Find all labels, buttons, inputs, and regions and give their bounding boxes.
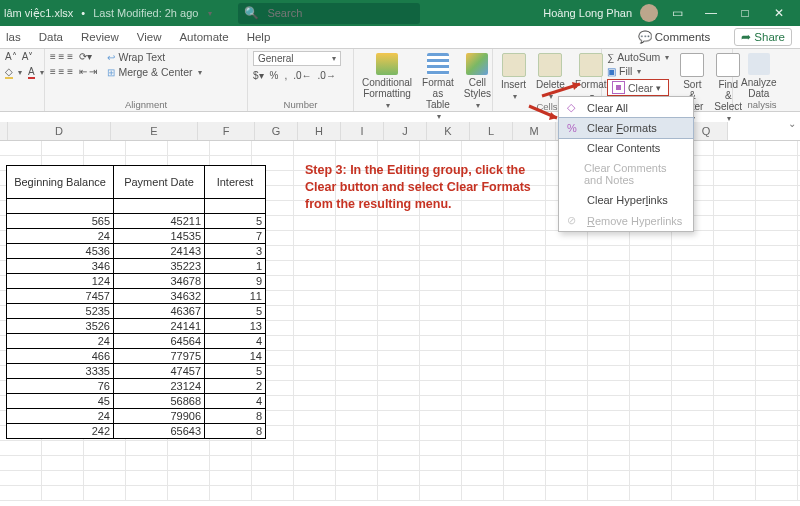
table-cell[interactable]: 3	[205, 244, 266, 259]
table-cell[interactable]: 64564	[114, 334, 205, 349]
avatar[interactable]	[640, 4, 658, 22]
table-cell[interactable]: 46367	[114, 304, 205, 319]
col-header[interactable]: G	[255, 122, 298, 140]
table-row[interactable]: 4667797514	[7, 349, 266, 364]
analyze-data-button[interactable]: Analyze Data	[738, 51, 780, 99]
table-cell[interactable]: 35223	[114, 259, 205, 274]
tab-help[interactable]: Help	[247, 31, 271, 43]
table-cell[interactable]: 5235	[7, 304, 114, 319]
fill-button[interactable]: ▣ Fill▾	[607, 65, 669, 77]
table-cell[interactable]: 124	[7, 274, 114, 289]
table-cell[interactable]: 4536	[7, 244, 114, 259]
col-header[interactable]: M	[513, 122, 556, 140]
table-cell[interactable]: 14	[205, 349, 266, 364]
ribbon-options-icon[interactable]: ▭	[662, 6, 692, 20]
close-icon[interactable]: ✕	[764, 6, 794, 20]
menu-remove-hyperlinks[interactable]: ⊘ Remove Hyperlinks	[559, 210, 693, 231]
maximize-icon[interactable]: □	[730, 6, 760, 20]
table-cell[interactable]: 3526	[7, 319, 114, 334]
table-row[interactable]: 124346789	[7, 274, 266, 289]
table-row[interactable]: 24645644	[7, 334, 266, 349]
table-cell[interactable]: 346	[7, 259, 114, 274]
table-cell[interactable]: 5	[205, 304, 266, 319]
table-cell[interactable]: 9	[205, 274, 266, 289]
menu-clear-contents[interactable]: Clear Contents	[559, 138, 693, 158]
table-row[interactable]: 346352231	[7, 259, 266, 274]
col-header[interactable]: K	[427, 122, 470, 140]
tab-formulas[interactable]: las	[6, 31, 21, 43]
table-cell[interactable]	[114, 199, 205, 214]
table-cell[interactable]: 1	[205, 259, 266, 274]
table-row[interactable]: 45568684	[7, 394, 266, 409]
table-row[interactable]: 3335474575	[7, 364, 266, 379]
table-cell[interactable]: 8	[205, 424, 266, 439]
conditional-formatting-button[interactable]: Conditional Formatting ▾	[359, 51, 415, 121]
menu-clear-hyperlinks[interactable]: Clear Hyperlinks	[559, 190, 693, 210]
merge-center-button[interactable]: ⊞ Merge & Center ▾	[107, 66, 201, 78]
table-cell[interactable]: 76	[7, 379, 114, 394]
tab-data[interactable]: Data	[39, 31, 63, 43]
table-row[interactable]	[7, 199, 266, 214]
table-header[interactable]: Interest	[205, 166, 266, 199]
table-row[interactable]: 565452115	[7, 214, 266, 229]
cell-styles-button[interactable]: Cell Styles ▾	[461, 51, 494, 121]
table-header[interactable]: Payment Date	[114, 166, 205, 199]
col-header[interactable]: F	[198, 122, 255, 140]
font-color-controls[interactable]: ◇▾A▾	[5, 66, 39, 79]
align-bottom-row[interactable]: ≡ ≡ ≡ ⇤ ⇥	[50, 66, 97, 77]
tab-view[interactable]: View	[137, 31, 162, 43]
number-buttons[interactable]: $▾%,.0←.0→	[253, 70, 348, 81]
align-top-row[interactable]: ≡ ≡ ≡ ⟳▾	[50, 51, 97, 62]
table-cell[interactable]: 79906	[114, 409, 205, 424]
table-cell[interactable]: 5	[205, 214, 266, 229]
format-as-table-button[interactable]: Format as Table ▾	[419, 51, 457, 121]
table-cell[interactable]: 2	[205, 379, 266, 394]
table-cell[interactable]: 4	[205, 394, 266, 409]
table-cell[interactable]: 13	[205, 319, 266, 334]
number-format-select[interactable]: General▾	[253, 51, 341, 66]
font-size-controls[interactable]: A˄A˅	[5, 51, 39, 62]
menu-clear-all[interactable]: ◇ Clear All	[559, 97, 693, 118]
col-header[interactable]: L	[470, 122, 513, 140]
table-header[interactable]: Beginning Balance	[7, 166, 114, 199]
table-cell[interactable]: 77975	[114, 349, 205, 364]
table-cell[interactable]: 65643	[114, 424, 205, 439]
search-input[interactable]	[265, 6, 407, 20]
tab-review[interactable]: Review	[81, 31, 119, 43]
table-row[interactable]: 242656438	[7, 424, 266, 439]
table-row[interactable]: 4536241433	[7, 244, 266, 259]
data-table[interactable]: Beginning Balance Payment Date Interest …	[6, 165, 266, 439]
share-button[interactable]: ➦ Share	[734, 28, 792, 46]
table-row[interactable]: 74573463211	[7, 289, 266, 304]
table-cell[interactable]: 34678	[114, 274, 205, 289]
table-cell[interactable]: 45	[7, 394, 114, 409]
table-cell[interactable]: 56868	[114, 394, 205, 409]
table-cell[interactable]: 24	[7, 229, 114, 244]
minimize-icon[interactable]: —	[696, 6, 726, 20]
table-cell[interactable]: 34632	[114, 289, 205, 304]
table-cell[interactable]: 24143	[114, 244, 205, 259]
insert-button[interactable]: Insert▾	[498, 51, 529, 101]
table-cell[interactable]: 24	[7, 409, 114, 424]
table-cell[interactable]: 24141	[114, 319, 205, 334]
table-row[interactable]: 76231242	[7, 379, 266, 394]
table-cell[interactable]: 47457	[114, 364, 205, 379]
table-cell[interactable]: 3335	[7, 364, 114, 379]
table-cell[interactable]: 7	[205, 229, 266, 244]
clear-button[interactable]: Clear▾	[607, 79, 669, 96]
table-cell[interactable]: 4	[205, 334, 266, 349]
table-cell[interactable]: 24	[7, 334, 114, 349]
table-cell[interactable]: 45211	[114, 214, 205, 229]
wrap-text-button[interactable]: ↩ Wrap Text	[107, 51, 201, 63]
autosum-button[interactable]: ∑ AutoSum▾	[607, 51, 669, 63]
search-box[interactable]: 🔍	[238, 3, 420, 24]
table-cell[interactable]: 23124	[114, 379, 205, 394]
table-cell[interactable]	[7, 199, 114, 214]
menu-clear-formats[interactable]: % Clear Formats	[558, 117, 694, 139]
table-cell[interactable]: 8	[205, 409, 266, 424]
table-cell[interactable]: 565	[7, 214, 114, 229]
table-cell[interactable]: 11	[205, 289, 266, 304]
table-row[interactable]: 24799068	[7, 409, 266, 424]
menu-clear-comments[interactable]: Clear Comments and Notes	[559, 158, 693, 190]
comments-button[interactable]: 💬 Comments	[632, 29, 717, 45]
